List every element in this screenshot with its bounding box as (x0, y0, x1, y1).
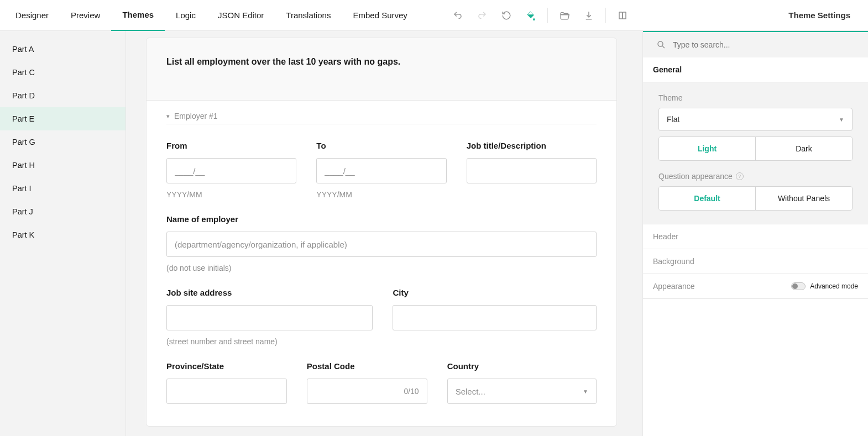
tab-designer[interactable]: Designer (4, 0, 60, 31)
section-header[interactable]: Header (643, 224, 868, 249)
from-input[interactable] (175, 166, 288, 176)
country-select[interactable]: Select...▼ (447, 379, 597, 404)
tab-themes[interactable]: Themes (111, 0, 165, 31)
advanced-mode-label: Advanced mode (810, 282, 858, 290)
employer-panel-title: Employer #1 (174, 112, 218, 120)
settings-search-input[interactable] (673, 40, 855, 49)
toolbar (447, 4, 638, 27)
from-hint: YYYY/MM (166, 190, 296, 199)
employer-label: Name of employer (166, 214, 597, 224)
survey-canvas: List all employment over the last 10 yea… (126, 31, 642, 436)
tab-preview[interactable]: Preview (60, 0, 111, 31)
help-icon[interactable]: ? (736, 172, 744, 180)
tab-json-editor[interactable]: JSON Editor (207, 0, 275, 31)
docs-button[interactable] (611, 4, 634, 27)
sidebar-item-part-d[interactable]: Part D (0, 84, 126, 107)
employer-input[interactable] (175, 240, 588, 249)
province-input[interactable] (175, 387, 279, 396)
sidebar-item-part-j[interactable]: Part J (0, 200, 126, 223)
download-button[interactable] (578, 4, 600, 27)
question-title: List all employment over the last 10 yea… (166, 57, 597, 67)
employer-hint: (do not use initials) (166, 264, 597, 272)
reset-button[interactable] (495, 4, 517, 27)
redo-button[interactable] (471, 4, 493, 27)
sidebar-item-part-k[interactable]: Part K (0, 223, 126, 246)
page-sidebar: Part A Part C Part D Part E Part G Part … (0, 31, 126, 436)
section-appearance: Appearance Advanced mode (643, 274, 868, 299)
section-background[interactable]: Background (643, 249, 868, 274)
address-input[interactable] (175, 313, 364, 323)
advanced-mode-toggle[interactable] (791, 282, 806, 290)
country-label: Country (447, 361, 597, 371)
qa-label: Question appearance ? (658, 172, 853, 181)
mode-dark[interactable]: Dark (755, 137, 852, 160)
sidebar-item-part-i[interactable]: Part I (0, 177, 126, 200)
postal-label: Postal Code (307, 361, 427, 371)
city-input[interactable] (401, 313, 588, 323)
mode-light[interactable]: Light (659, 137, 755, 160)
undo-button[interactable] (447, 4, 469, 27)
theme-select[interactable]: Flat ▼ (658, 108, 853, 131)
svg-point-0 (658, 41, 663, 46)
sidebar-item-part-e[interactable]: Part E (0, 107, 126, 130)
employer-panel-header[interactable]: ▾ Employer #1 (166, 112, 597, 124)
top-tabs: Designer Preview Themes Logic JSON Edito… (0, 0, 868, 31)
settings-search[interactable] (643, 32, 868, 57)
theme-settings-title: Theme Settings (638, 10, 864, 20)
city-label: City (393, 288, 597, 297)
address-hint: (street number and street name) (166, 337, 373, 346)
from-label: From (166, 141, 296, 150)
sidebar-item-part-g[interactable]: Part G (0, 130, 126, 154)
to-hint: YYYY/MM (316, 190, 446, 199)
section-general[interactable]: General (643, 57, 868, 82)
question-panel: List all employment over the last 10 yea… (146, 38, 617, 427)
sidebar-item-part-h[interactable]: Part H (0, 154, 126, 177)
jobtitle-input[interactable] (475, 166, 588, 176)
sidebar-item-part-c[interactable]: Part C (0, 61, 126, 84)
open-button[interactable] (553, 4, 576, 27)
chevron-down-icon: ▼ (839, 117, 844, 123)
search-icon (656, 40, 666, 50)
qa-default[interactable]: Default (659, 187, 755, 210)
tab-logic[interactable]: Logic (165, 0, 207, 31)
jobtitle-label: Job title/Description (467, 141, 597, 150)
chevron-down-icon: ▼ (583, 388, 588, 395)
province-label: Province/State (166, 361, 287, 371)
tab-embed-survey[interactable]: Embed Survey (342, 0, 418, 31)
theme-settings-panel: General Theme Flat ▼ Light Dark Question… (642, 31, 868, 436)
tab-translations[interactable]: Translations (275, 0, 342, 31)
theme-label: Theme (658, 93, 853, 102)
to-label: To (316, 141, 446, 150)
theme-mode-toggle: Light Dark (658, 136, 853, 161)
address-label: Job site address (166, 288, 373, 297)
postal-input[interactable] (315, 387, 404, 396)
question-appearance-toggle: Default Without Panels (658, 186, 853, 211)
chevron-down-icon: ▾ (166, 113, 170, 120)
theme-button[interactable] (520, 4, 542, 27)
postal-counter: 0/10 (404, 387, 419, 396)
sidebar-item-part-a[interactable]: Part A (0, 38, 126, 61)
to-input[interactable] (325, 166, 438, 176)
qa-without-panels[interactable]: Without Panels (755, 187, 852, 210)
